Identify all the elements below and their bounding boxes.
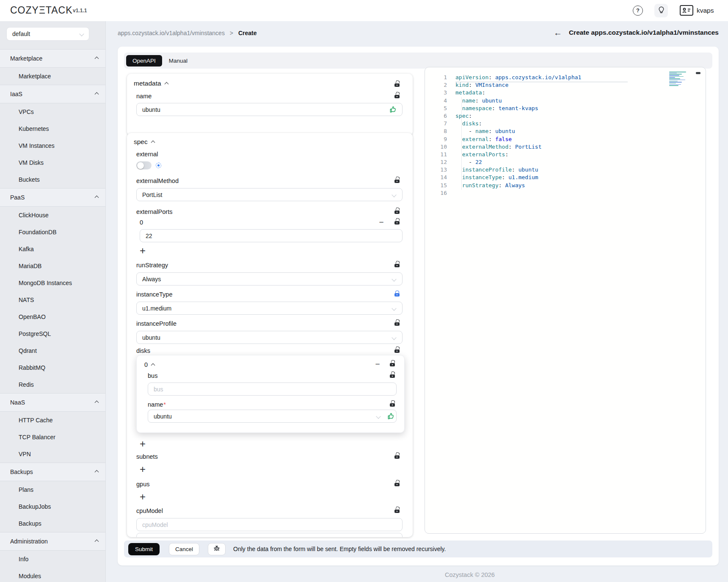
metadata-name-input[interactable]: [136, 103, 403, 116]
sidebar-item-foundationdb[interactable]: FoundationDB: [0, 224, 106, 241]
code-line: 3metadata:: [425, 89, 706, 97]
yaml-editor[interactable]: 1apiVersion: apps.cozystack.io/v1alpha12…: [425, 67, 706, 534]
sidebar-item-modules[interactable]: Modules: [0, 568, 106, 582]
instanceprofile-select[interactable]: ubuntu: [136, 331, 403, 344]
sidebar-section-administration[interactable]: Administration: [0, 532, 106, 551]
line-content: external: false: [455, 136, 512, 143]
next-field-input-clipped[interactable]: [136, 533, 403, 537]
instancetype-label: instanceType: [136, 291, 172, 298]
sidebar-item-http-cache[interactable]: HTTP Cache: [0, 412, 106, 429]
user-menu[interactable]: kvaps: [680, 5, 714, 16]
remove-port-button[interactable]: −: [378, 219, 385, 227]
sidebar-item-kubernetes[interactable]: Kubernetes: [0, 120, 106, 137]
form-note: Only the data from the form will be sent…: [233, 546, 446, 552]
lock-open-icon[interactable]: [394, 219, 400, 224]
sidebar-section-marketplace[interactable]: Marketplace: [0, 49, 106, 68]
add-gpu-button[interactable]: +: [138, 492, 147, 502]
sidebar-item-plans[interactable]: Plans: [0, 481, 106, 498]
user-card-icon: [680, 5, 693, 16]
lock-open-icon[interactable]: [394, 177, 400, 183]
breadcrumb-resource-link[interactable]: apps.cozystack.io/v1alpha1/vminstances: [118, 30, 225, 36]
add-port-button[interactable]: +: [138, 246, 147, 256]
external-toggle[interactable]: [136, 161, 152, 169]
code-line: 8 - name: ubuntu: [425, 127, 706, 135]
chevron-up-icon: [95, 539, 99, 543]
sidebar-item-vm-disks[interactable]: VM Disks: [0, 154, 106, 171]
disk-item-index: 0: [144, 361, 148, 368]
sidebar-item-mongodb-instances[interactable]: MongoDB Instances: [0, 274, 106, 291]
externalmethod-select[interactable]: PortList: [136, 188, 403, 201]
sidebar-item-vpn[interactable]: VPN: [0, 446, 106, 463]
sidebar-item-info[interactable]: Info: [0, 551, 106, 568]
bug-icon: [213, 545, 220, 553]
add-subnet-button[interactable]: +: [138, 464, 147, 474]
sidebar-item-vpcs[interactable]: VPCs: [0, 103, 106, 120]
lock-open-icon[interactable]: [389, 360, 395, 366]
submit-button[interactable]: Submit: [128, 543, 160, 555]
lock-open-icon[interactable]: [394, 208, 400, 214]
thumbs-up-valid-icon: [389, 106, 397, 113]
line-content: name: ubuntu: [455, 97, 502, 105]
sidebar-item-qdrant[interactable]: Qdrant: [0, 342, 106, 359]
sidebar-item-redis[interactable]: Redis: [0, 376, 106, 393]
metadata-collapse-header[interactable]: metadata: [134, 80, 168, 87]
lock-open-icon[interactable]: [389, 372, 395, 378]
sidebar-item-backups[interactable]: Backups: [0, 515, 106, 532]
line-number: 10: [425, 143, 447, 151]
page-title-row: ← Create apps.cozystack.io/v1alpha1/vmin…: [559, 28, 719, 37]
sidebar-section-backups[interactable]: Backups: [0, 463, 106, 481]
lock-open-icon[interactable]: [394, 81, 400, 87]
line-content: externalMethod: PortList: [455, 143, 542, 151]
code-lines: 1apiVersion: apps.cozystack.io/v1alpha12…: [425, 74, 706, 197]
sidebar-item-openbao[interactable]: OpenBAO: [0, 308, 106, 325]
lock-open-icon[interactable]: [394, 261, 400, 267]
back-arrow-icon[interactable]: ←: [554, 28, 562, 37]
cancel-button[interactable]: Cancel: [169, 543, 199, 555]
sidebar-item-backupjobs[interactable]: BackupJobs: [0, 498, 106, 515]
runstrategy-select[interactable]: Always: [136, 272, 403, 285]
lock-closed-icon[interactable]: [394, 291, 400, 297]
debug-button[interactable]: [208, 543, 226, 555]
instanceprofile-label: instanceProfile: [136, 320, 176, 327]
lock-open-icon[interactable]: [394, 92, 400, 98]
externalports-item-input[interactable]: [140, 229, 403, 242]
sidebar-section-iaas[interactable]: IaaS: [0, 85, 106, 103]
disk-name-select[interactable]: ubuntu: [148, 410, 397, 423]
lock-open-icon[interactable]: [394, 347, 400, 353]
sidebar-section-paas[interactable]: PaaS: [0, 188, 106, 207]
lock-open-icon[interactable]: [394, 480, 400, 486]
tab-manual[interactable]: Manual: [162, 55, 194, 67]
cpumodel-input[interactable]: [136, 518, 403, 531]
sidebar-section-naas[interactable]: NaaS: [0, 393, 106, 412]
sidebar-item-rabbitmq[interactable]: RabbitMQ: [0, 359, 106, 376]
line-number: 1: [425, 74, 447, 81]
sidebar-item-buckets[interactable]: Buckets: [0, 171, 106, 188]
code-line: 12 - 22: [425, 158, 706, 166]
sidebar-item-nats[interactable]: NATS: [0, 291, 106, 308]
add-disk-button[interactable]: +: [138, 439, 147, 449]
tab-openapi[interactable]: OpenAPI: [126, 55, 162, 67]
tenant-select[interactable]: default: [6, 27, 89, 41]
editor-minimap-slider[interactable]: [696, 72, 700, 74]
sidebar-item-postgresql[interactable]: PostgreSQL: [0, 325, 106, 342]
sidebar-item-marketplace[interactable]: Marketplace: [0, 68, 106, 85]
sidebar-item-kafka[interactable]: Kafka: [0, 241, 106, 258]
externalports-label: externalPorts: [136, 208, 172, 215]
help-icon[interactable]: ?: [633, 6, 643, 16]
lock-open-icon[interactable]: [389, 401, 395, 407]
lock-open-icon[interactable]: [394, 453, 400, 459]
remove-disk-button[interactable]: −: [374, 361, 381, 369]
disk-bus-input[interactable]: [148, 382, 397, 396]
lock-open-icon[interactable]: [394, 507, 400, 513]
sidebar-item-mariadb[interactable]: MariaDB: [0, 258, 106, 274]
sidebar-item-tcp-balancer[interactable]: TCP Balancer: [0, 429, 106, 446]
sidebar-item-vm-instances[interactable]: VM Instances: [0, 137, 106, 154]
chevron-up-icon: [95, 400, 99, 405]
sidebar-item-clickhouse[interactable]: ClickHouse: [0, 207, 106, 224]
spec-collapse-header[interactable]: spec: [134, 138, 154, 146]
lock-open-icon[interactable]: [394, 320, 400, 326]
instancetype-select[interactable]: u1.medium: [136, 302, 403, 315]
disk-item-collapse-header[interactable]: 0: [144, 361, 154, 368]
disk-name-label-text: name: [148, 401, 163, 408]
theme-toggle-button[interactable]: [654, 4, 668, 17]
